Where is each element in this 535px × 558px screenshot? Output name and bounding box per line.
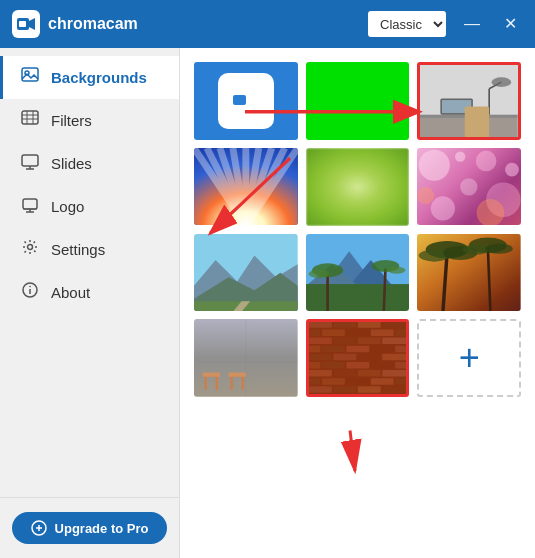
svg-rect-89 <box>230 377 233 390</box>
svg-rect-100 <box>333 322 356 328</box>
theme-select[interactable]: Classic Dark Light <box>368 11 446 37</box>
upgrade-button[interactable]: Upgrade to Pro <box>12 512 167 544</box>
svg-rect-125 <box>395 362 406 369</box>
sidebar-item-backgrounds[interactable]: Backgrounds <box>0 56 179 99</box>
svg-rect-119 <box>357 354 380 361</box>
minimize-button[interactable]: — <box>458 14 486 34</box>
sidebar: Backgrounds Filters <box>0 48 180 558</box>
thumbnail-blur-green[interactable] <box>306 148 410 226</box>
svg-rect-36 <box>465 107 489 120</box>
svg-rect-124 <box>371 362 394 369</box>
svg-rect-5 <box>22 111 38 124</box>
svg-rect-13 <box>23 199 37 209</box>
svg-rect-138 <box>382 387 406 394</box>
svg-rect-131 <box>322 378 345 385</box>
svg-point-79 <box>463 244 489 254</box>
settings-label: Settings <box>51 241 105 258</box>
svg-rect-128 <box>357 370 380 377</box>
thumbnail-green[interactable] <box>306 62 410 140</box>
about-label: About <box>51 284 90 301</box>
add-background-button[interactable]: + <box>417 319 521 397</box>
svg-rect-86 <box>216 377 219 390</box>
svg-rect-121 <box>309 362 320 369</box>
svg-point-80 <box>486 243 514 253</box>
svg-rect-133 <box>371 378 394 385</box>
thumbnail-bokeh[interactable] <box>417 148 521 226</box>
thumbnail-desk[interactable] <box>417 62 521 140</box>
sidebar-item-about[interactable]: About <box>0 271 179 314</box>
svg-rect-26 <box>233 95 246 105</box>
svg-rect-114 <box>346 346 369 353</box>
content-area: + <box>180 48 535 558</box>
thumbnail-concrete[interactable] <box>194 319 298 397</box>
svg-point-32 <box>492 77 512 87</box>
svg-rect-104 <box>322 330 345 337</box>
svg-rect-106 <box>371 330 394 337</box>
svg-rect-35 <box>465 118 489 137</box>
svg-rect-130 <box>309 378 320 385</box>
svg-rect-110 <box>357 338 380 345</box>
svg-rect-87 <box>203 373 220 377</box>
svg-rect-3 <box>22 68 38 81</box>
svg-rect-112 <box>309 346 320 353</box>
logo-icon <box>19 195 41 218</box>
svg-point-68 <box>308 269 329 278</box>
svg-rect-102 <box>382 322 406 328</box>
svg-rect-127 <box>333 370 356 377</box>
logo-label: Logo <box>51 198 84 215</box>
title-bar-left: chromacam <box>12 10 138 38</box>
svg-point-51 <box>461 178 478 195</box>
svg-point-50 <box>431 196 455 220</box>
thumbnail-mountain-sky[interactable] <box>194 234 298 312</box>
svg-point-71 <box>388 266 405 273</box>
svg-point-55 <box>417 187 434 204</box>
svg-point-17 <box>28 245 33 250</box>
svg-rect-136 <box>333 387 356 394</box>
svg-rect-113 <box>322 346 345 353</box>
thumbnail-rays[interactable] <box>194 148 298 226</box>
sidebar-item-filters[interactable]: Filters <box>0 99 179 142</box>
thumbnails-grid: + <box>194 62 521 397</box>
svg-point-54 <box>477 199 505 226</box>
title-bar: chromacam Classic Dark Light — ✕ <box>0 0 535 48</box>
backgrounds-label: Backgrounds <box>51 69 147 86</box>
svg-rect-91 <box>229 373 246 377</box>
svg-rect-105 <box>346 330 369 337</box>
backgrounds-icon <box>19 66 41 89</box>
svg-rect-111 <box>382 338 406 345</box>
app-logo <box>12 10 40 38</box>
thumbnail-brick[interactable] <box>306 319 410 397</box>
svg-rect-123 <box>346 362 369 369</box>
svg-rect-85 <box>204 377 207 390</box>
app-title: chromacam <box>48 15 138 33</box>
svg-rect-108 <box>309 338 332 345</box>
svg-line-143 <box>350 431 355 472</box>
settings-icon <box>19 238 41 261</box>
svg-rect-126 <box>309 370 332 377</box>
svg-marker-1 <box>29 18 35 30</box>
thumbnail-logo[interactable] <box>194 62 298 140</box>
svg-rect-132 <box>346 378 369 385</box>
sidebar-bottom: Upgrade to Pro <box>0 497 179 558</box>
svg-point-52 <box>505 162 519 176</box>
close-button[interactable]: ✕ <box>498 14 523 34</box>
thumbnail-palm-warm[interactable] <box>417 234 521 312</box>
svg-rect-103 <box>309 330 320 337</box>
sidebar-item-logo[interactable]: Logo <box>0 185 179 228</box>
filters-label: Filters <box>51 112 92 129</box>
svg-point-47 <box>419 149 450 180</box>
filters-icon <box>19 109 41 132</box>
svg-point-53 <box>455 151 465 161</box>
sidebar-item-slides[interactable]: Slides <box>0 142 179 185</box>
thumbnail-mountain-palms[interactable] <box>306 234 410 312</box>
svg-rect-120 <box>382 354 406 361</box>
svg-point-48 <box>476 150 497 171</box>
svg-rect-122 <box>322 362 345 369</box>
svg-rect-135 <box>309 387 332 394</box>
svg-rect-129 <box>382 370 406 377</box>
main-content: Backgrounds Filters <box>0 48 535 558</box>
svg-rect-99 <box>309 322 332 328</box>
svg-rect-10 <box>22 155 38 166</box>
sidebar-item-settings[interactable]: Settings <box>0 228 179 271</box>
svg-rect-134 <box>395 378 406 385</box>
